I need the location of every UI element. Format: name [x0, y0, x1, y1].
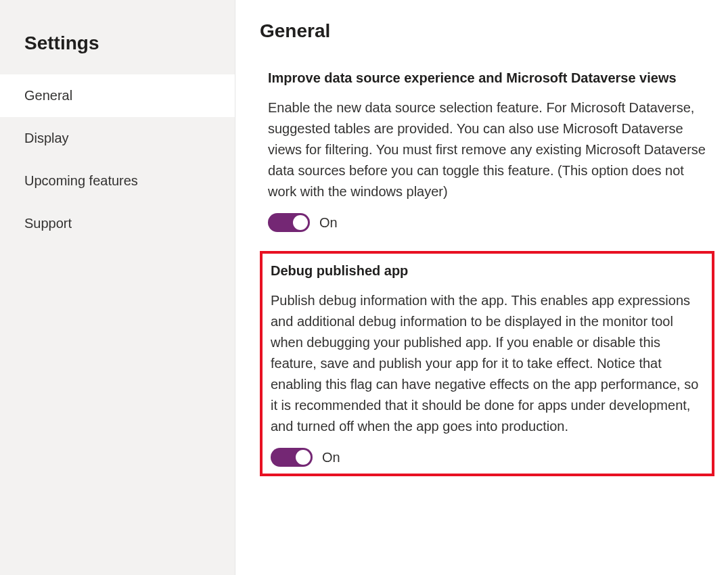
sidebar-nav: General Display Upcoming features Suppor…	[0, 74, 235, 245]
setting-debug-published-app: Debug published app Publish debug inform…	[260, 251, 714, 476]
toggle-debug-published-app[interactable]	[271, 448, 313, 467]
sidebar-item-support[interactable]: Support	[0, 202, 235, 245]
setting-improve-data-source: Improve data source experience and Micro…	[260, 61, 714, 239]
sidebar-item-display[interactable]: Display	[0, 117, 235, 160]
toggle-improve-data-source[interactable]	[268, 213, 310, 232]
sidebar-title: Settings	[0, 0, 235, 74]
settings-sidebar: Settings General Display Upcoming featur…	[0, 0, 235, 575]
settings-screen: Settings General Display Upcoming featur…	[0, 0, 728, 575]
setting-description: Enable the new data source selection fea…	[268, 97, 706, 202]
setting-title: Improve data source experience and Micro…	[268, 68, 706, 88]
setting-description: Publish debug information with the app. …	[271, 290, 704, 437]
sidebar-item-upcoming-features[interactable]: Upcoming features	[0, 160, 235, 202]
toggle-row: On	[271, 448, 704, 467]
sidebar-item-general[interactable]: General	[0, 74, 235, 117]
toggle-row: On	[268, 213, 706, 232]
page-title: General	[260, 20, 714, 42]
settings-main: General Improve data source experience a…	[235, 0, 728, 575]
toggle-state-label: On	[322, 450, 340, 465]
toggle-state-label: On	[319, 215, 338, 231]
toggle-knob-icon	[296, 450, 311, 465]
setting-title: Debug published app	[271, 260, 704, 281]
toggle-knob-icon	[293, 215, 308, 230]
